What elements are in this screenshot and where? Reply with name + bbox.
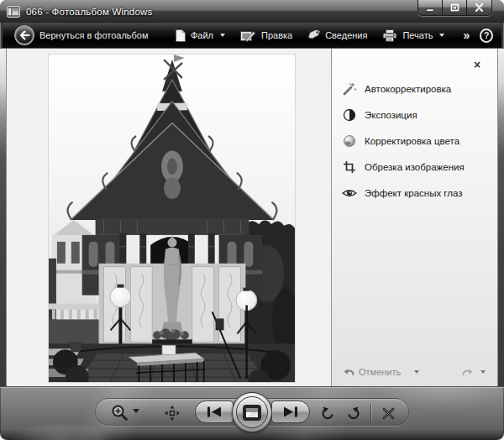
rotate-counterclockwise-button[interactable] — [318, 403, 338, 423]
panel-item-color-adjust[interactable]: Корректировка цвета — [342, 128, 491, 154]
undo-dropdown-arrow-icon[interactable] — [414, 370, 419, 374]
zoom-in-icon — [111, 404, 129, 422]
info-button[interactable]: Сведения — [307, 29, 367, 42]
rotate-clockwise-icon — [345, 406, 361, 422]
rotate-counterclockwise-icon — [320, 406, 336, 422]
toolbar: Вернуться в фотоальбом Файл Правка — [3, 23, 501, 48]
back-button[interactable]: Вернуться в фотоальбом — [14, 25, 149, 45]
magic-wand-icon — [342, 81, 357, 97]
print-dropdown-arrow-icon — [439, 34, 444, 37]
slideshow-icon — [242, 404, 262, 422]
window-title: 066 - Фотоальбом Windows — [26, 7, 152, 17]
print-label: Печать — [402, 30, 433, 40]
edit-options-list: Автокорректировка Экспозиция — [342, 76, 491, 206]
next-icon — [282, 406, 299, 417]
back-label: Вернуться в фотоальбом — [39, 30, 149, 40]
photo-viewer — [7, 49, 331, 386]
red-eye-icon — [342, 186, 357, 201]
restore-icon — [450, 3, 459, 12]
panel-item-label: Экспозиция — [365, 110, 417, 120]
color-ball-icon — [342, 134, 357, 149]
previous-icon — [206, 406, 223, 417]
delete-icon — [381, 406, 396, 421]
redo-dropdown-arrow-icon[interactable] — [480, 370, 486, 374]
panel-item-exposure[interactable]: Экспозиция — [342, 102, 491, 128]
undo-button[interactable] — [342, 367, 354, 378]
back-arrow-icon — [19, 30, 30, 40]
bottom-control-bar — [0, 387, 504, 440]
restore-button[interactable] — [443, 0, 467, 15]
close-button[interactable] — [467, 0, 491, 15]
fix-pencil-icon — [240, 29, 256, 42]
file-label: Файл — [191, 30, 213, 40]
zoom-dropdown-arrow-icon — [133, 409, 139, 413]
next-button[interactable] — [271, 401, 310, 423]
delete-button[interactable] — [377, 403, 399, 423]
previous-button[interactable] — [195, 401, 234, 423]
redo-button[interactable] — [462, 367, 475, 378]
help-icon: ? — [484, 30, 489, 40]
print-button[interactable]: Печать — [382, 29, 444, 42]
panel-item-auto-adjust[interactable]: Автокорректировка — [342, 76, 491, 102]
edit-label: Правка — [261, 30, 292, 40]
fit-to-window-button[interactable] — [161, 402, 183, 423]
printer-icon — [382, 29, 397, 42]
file-dropdown-arrow-icon — [220, 34, 225, 37]
controls-separator — [370, 404, 371, 422]
panel-item-label: Обрезка изображения — [365, 162, 465, 172]
zoom-button[interactable] — [108, 402, 131, 423]
panel-item-label: Автокорректировка — [365, 84, 451, 94]
window-controls — [417, 0, 492, 16]
redo-icon — [462, 367, 475, 378]
undo-redo-row: Отменить — [342, 364, 486, 380]
panel-item-label: Корректировка цвета — [365, 136, 459, 146]
crop-icon — [342, 160, 357, 175]
window-frame-right — [497, 49, 504, 386]
file-menu-button[interactable]: Файл — [176, 29, 225, 42]
toolbar-overflow-button[interactable]: » — [459, 29, 473, 42]
tag-icon — [307, 29, 320, 42]
photo-gallery-app-icon — [7, 6, 20, 18]
titlebar: 066 - Фотоальбом Windows — [0, 0, 504, 23]
undo-icon — [342, 367, 354, 378]
panel-close-button[interactable]: × — [470, 59, 484, 72]
undo-label[interactable]: Отменить — [359, 367, 401, 377]
help-button[interactable]: ? — [480, 29, 493, 43]
panel-item-crop[interactable]: Обрезка изображения — [342, 154, 491, 180]
photo-gallery-window: 066 - Фотоальбом Windows Вернуться в фот… — [0, 0, 504, 440]
fit-to-window-icon — [164, 405, 181, 422]
controls-pill — [95, 398, 409, 426]
panel-item-red-eye[interactable]: Эффект красных глаз — [342, 180, 491, 206]
file-icon — [176, 29, 186, 42]
exposure-icon — [342, 107, 357, 123]
edit-panel: × Автокорректировка — [331, 49, 497, 386]
content-area: × Автокорректировка — [0, 48, 504, 387]
window-frame-left — [0, 49, 7, 386]
info-label: Сведения — [325, 30, 367, 40]
minimize-icon — [426, 4, 434, 12]
close-icon — [475, 3, 484, 12]
minimize-button[interactable] — [418, 0, 443, 15]
photo-temple-image — [48, 54, 296, 383]
panel-item-label: Эффект красных глаз — [365, 188, 463, 198]
rotate-clockwise-button[interactable] — [343, 403, 363, 423]
edit-fix-button[interactable]: Правка — [240, 29, 292, 42]
zoom-dropdown-arrow[interactable] — [133, 409, 139, 413]
slideshow-button-ring — [232, 392, 272, 432]
slideshow-button[interactable] — [236, 396, 268, 428]
